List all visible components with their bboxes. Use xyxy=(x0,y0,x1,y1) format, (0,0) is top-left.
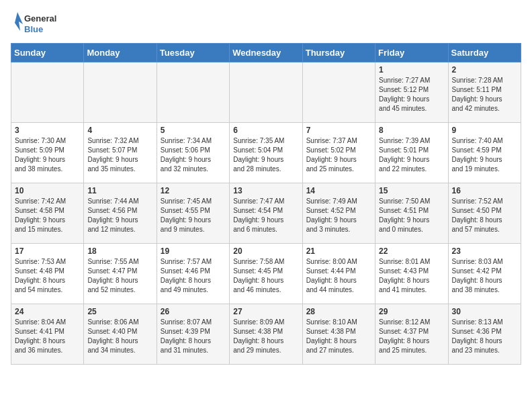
day-info: Sunrise: 7:57 AM Sunset: 4:46 PM Dayligh… xyxy=(161,257,226,295)
day-number: 30 xyxy=(452,307,517,316)
day-header-thursday: Thursday xyxy=(302,44,375,62)
calendar-table: SundayMondayTuesdayWednesdayThursdayFrid… xyxy=(11,43,521,365)
calendar-cell: 19Sunrise: 7:57 AM Sunset: 4:46 PM Dayli… xyxy=(157,244,229,304)
calendar-cell: 12Sunrise: 7:45 AM Sunset: 4:55 PM Dayli… xyxy=(157,183,229,244)
day-number: 23 xyxy=(452,246,517,256)
day-number: 28 xyxy=(306,307,371,316)
calendar-cell: 26Sunrise: 8:07 AM Sunset: 4:39 PM Dayli… xyxy=(157,304,229,365)
calendar-cell: 3Sunrise: 7:30 AM Sunset: 5:09 PM Daylig… xyxy=(11,123,84,183)
day-info: Sunrise: 7:55 AM Sunset: 4:47 PM Dayligh… xyxy=(87,257,152,295)
day-info: Sunrise: 8:06 AM Sunset: 4:40 PM Dayligh… xyxy=(87,318,152,355)
calendar-cell: 8Sunrise: 7:39 AM Sunset: 5:01 PM Daylig… xyxy=(375,123,448,183)
day-number: 12 xyxy=(161,186,226,195)
calendar-cell: 23Sunrise: 8:03 AM Sunset: 4:42 PM Dayli… xyxy=(448,244,521,304)
day-info: Sunrise: 7:30 AM Sunset: 5:09 PM Dayligh… xyxy=(15,136,80,174)
day-number: 3 xyxy=(15,126,80,135)
day-info: Sunrise: 8:13 AM Sunset: 4:36 PM Dayligh… xyxy=(452,318,517,355)
svg-marker-2 xyxy=(15,12,23,31)
day-header-tuesday: Tuesday xyxy=(157,44,229,62)
day-info: Sunrise: 8:00 AM Sunset: 4:44 PM Dayligh… xyxy=(306,257,371,295)
day-info: Sunrise: 7:39 AM Sunset: 5:01 PM Dayligh… xyxy=(379,136,444,174)
day-number: 14 xyxy=(306,186,371,195)
day-number: 4 xyxy=(87,126,152,135)
calendar-cell: 24Sunrise: 8:04 AM Sunset: 4:41 PM Dayli… xyxy=(11,304,84,365)
calendar-cell: 30Sunrise: 8:13 AM Sunset: 4:36 PM Dayli… xyxy=(448,304,521,365)
day-info: Sunrise: 8:09 AM Sunset: 4:38 PM Dayligh… xyxy=(233,318,298,355)
day-info: Sunrise: 7:52 AM Sunset: 4:50 PM Dayligh… xyxy=(452,197,517,234)
day-info: Sunrise: 8:01 AM Sunset: 4:43 PM Dayligh… xyxy=(379,257,444,295)
day-info: Sunrise: 7:27 AM Sunset: 5:12 PM Dayligh… xyxy=(379,76,444,113)
calendar-cell: 4Sunrise: 7:32 AM Sunset: 5:07 PM Daylig… xyxy=(84,123,157,183)
day-number: 15 xyxy=(379,186,444,195)
day-info: Sunrise: 7:34 AM Sunset: 5:06 PM Dayligh… xyxy=(161,136,226,174)
day-number: 20 xyxy=(233,246,298,256)
day-info: Sunrise: 8:03 AM Sunset: 4:42 PM Dayligh… xyxy=(452,257,517,295)
day-number: 13 xyxy=(233,186,298,195)
calendar-cell xyxy=(84,62,157,123)
day-number: 1 xyxy=(379,65,444,75)
calendar-cell xyxy=(11,62,84,123)
calendar-cell xyxy=(302,62,375,123)
day-info: Sunrise: 8:07 AM Sunset: 4:39 PM Dayligh… xyxy=(161,318,226,355)
calendar-cell: 14Sunrise: 7:49 AM Sunset: 4:52 PM Dayli… xyxy=(302,183,375,244)
day-header-sunday: Sunday xyxy=(11,44,84,62)
logo: General Blue xyxy=(11,11,64,38)
day-number: 8 xyxy=(379,126,444,135)
calendar-cell: 25Sunrise: 8:06 AM Sunset: 4:40 PM Dayli… xyxy=(84,304,157,365)
calendar-cell: 16Sunrise: 7:52 AM Sunset: 4:50 PM Dayli… xyxy=(448,183,521,244)
calendar-cell: 6Sunrise: 7:35 AM Sunset: 5:04 PM Daylig… xyxy=(230,123,302,183)
calendar-cell: 5Sunrise: 7:34 AM Sunset: 5:06 PM Daylig… xyxy=(157,123,229,183)
calendar-cell: 29Sunrise: 8:12 AM Sunset: 4:37 PM Dayli… xyxy=(375,304,448,365)
day-number: 21 xyxy=(306,246,371,256)
calendar-cell: 7Sunrise: 7:37 AM Sunset: 5:02 PM Daylig… xyxy=(302,123,375,183)
calendar-cell: 1Sunrise: 7:27 AM Sunset: 5:12 PM Daylig… xyxy=(375,62,448,123)
day-info: Sunrise: 7:58 AM Sunset: 4:45 PM Dayligh… xyxy=(233,257,298,295)
calendar-cell: 18Sunrise: 7:55 AM Sunset: 4:47 PM Dayli… xyxy=(84,244,157,304)
day-number: 25 xyxy=(87,307,152,316)
day-info: Sunrise: 7:35 AM Sunset: 5:04 PM Dayligh… xyxy=(233,136,298,174)
day-number: 2 xyxy=(452,65,517,75)
day-header-monday: Monday xyxy=(84,44,157,62)
day-number: 11 xyxy=(87,186,152,195)
day-number: 6 xyxy=(233,126,298,135)
day-info: Sunrise: 7:45 AM Sunset: 4:55 PM Dayligh… xyxy=(161,197,226,234)
logo-svg: General Blue xyxy=(11,11,64,38)
calendar-cell: 22Sunrise: 8:01 AM Sunset: 4:43 PM Dayli… xyxy=(375,244,448,304)
day-info: Sunrise: 7:28 AM Sunset: 5:11 PM Dayligh… xyxy=(452,76,517,113)
calendar-cell: 13Sunrise: 7:47 AM Sunset: 4:54 PM Dayli… xyxy=(230,183,302,244)
day-info: Sunrise: 7:53 AM Sunset: 4:48 PM Dayligh… xyxy=(15,257,80,295)
day-number: 22 xyxy=(379,246,444,256)
day-info: Sunrise: 7:40 AM Sunset: 4:59 PM Dayligh… xyxy=(452,136,517,174)
calendar-cell: 17Sunrise: 7:53 AM Sunset: 4:48 PM Dayli… xyxy=(11,244,84,304)
calendar-cell: 9Sunrise: 7:40 AM Sunset: 4:59 PM Daylig… xyxy=(448,123,521,183)
day-number: 7 xyxy=(306,126,371,135)
day-number: 5 xyxy=(161,126,226,135)
calendar-cell: 20Sunrise: 7:58 AM Sunset: 4:45 PM Dayli… xyxy=(230,244,302,304)
svg-text:General: General xyxy=(24,13,56,24)
day-info: Sunrise: 8:12 AM Sunset: 4:37 PM Dayligh… xyxy=(379,318,444,355)
calendar-cell: 27Sunrise: 8:09 AM Sunset: 4:38 PM Dayli… xyxy=(230,304,302,365)
day-number: 16 xyxy=(452,186,517,195)
day-number: 18 xyxy=(87,246,152,256)
day-info: Sunrise: 7:50 AM Sunset: 4:51 PM Dayligh… xyxy=(379,197,444,234)
day-number: 24 xyxy=(15,307,80,316)
calendar-cell: 15Sunrise: 7:50 AM Sunset: 4:51 PM Dayli… xyxy=(375,183,448,244)
page-header: General Blue xyxy=(11,11,521,38)
calendar-cell: 11Sunrise: 7:44 AM Sunset: 4:56 PM Dayli… xyxy=(84,183,157,244)
calendar-cell: 2Sunrise: 7:28 AM Sunset: 5:11 PM Daylig… xyxy=(448,62,521,123)
day-info: Sunrise: 8:10 AM Sunset: 4:38 PM Dayligh… xyxy=(306,318,371,355)
day-info: Sunrise: 7:49 AM Sunset: 4:52 PM Dayligh… xyxy=(306,197,371,234)
day-number: 29 xyxy=(379,307,444,316)
day-number: 27 xyxy=(233,307,298,316)
calendar-cell xyxy=(157,62,229,123)
calendar-cell: 10Sunrise: 7:42 AM Sunset: 4:58 PM Dayli… xyxy=(11,183,84,244)
day-info: Sunrise: 7:37 AM Sunset: 5:02 PM Dayligh… xyxy=(306,136,371,174)
day-header-wednesday: Wednesday xyxy=(230,44,302,62)
day-number: 9 xyxy=(452,126,517,135)
day-header-saturday: Saturday xyxy=(448,44,521,62)
day-number: 26 xyxy=(161,307,226,316)
svg-text:Blue: Blue xyxy=(24,24,43,34)
day-info: Sunrise: 7:44 AM Sunset: 4:56 PM Dayligh… xyxy=(87,197,152,234)
day-info: Sunrise: 8:04 AM Sunset: 4:41 PM Dayligh… xyxy=(15,318,80,355)
calendar-cell: 28Sunrise: 8:10 AM Sunset: 4:38 PM Dayli… xyxy=(302,304,375,365)
